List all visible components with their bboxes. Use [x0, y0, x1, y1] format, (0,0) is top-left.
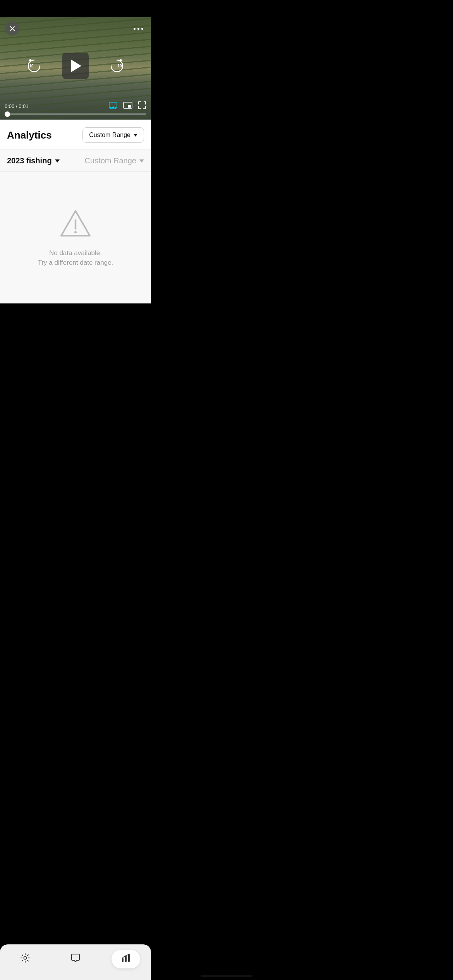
status-bar — [0, 0, 151, 17]
forward-10-button[interactable]: 10 — [108, 57, 126, 75]
analytics-header-section: Analytics Custom Range — [0, 120, 151, 149]
video-top-controls — [0, 22, 151, 36]
pip-button[interactable] — [123, 101, 132, 111]
video-player: 10 10 0:00 / 0:01 — [0, 17, 151, 120]
range-dropdown[interactable]: Custom Range — [85, 156, 144, 165]
airplay-button[interactable] — [108, 101, 118, 111]
custom-range-header-button[interactable]: Custom Range — [82, 127, 144, 143]
data-area: No data available. Try a different date … — [0, 172, 151, 303]
video-center-controls: 10 10 — [25, 53, 126, 79]
custom-range-header-label: Custom Range — [89, 132, 130, 139]
playlist-dropdown[interactable]: 2023 fishing — [7, 156, 60, 165]
range-label: Custom Range — [85, 156, 136, 165]
progress-bar[interactable] — [5, 113, 146, 115]
svg-text:10: 10 — [117, 64, 122, 68]
analytics-title: Analytics — [7, 129, 52, 141]
bottom-spacer — [0, 303, 151, 342]
fullscreen-button[interactable] — [138, 101, 146, 111]
svg-text:10: 10 — [29, 64, 34, 68]
bottom-icons — [108, 101, 146, 111]
warning-icon — [58, 208, 93, 239]
playlist-label: 2023 fishing — [7, 156, 52, 165]
dot-2 — [137, 28, 139, 30]
play-pause-button[interactable] — [62, 53, 89, 79]
filter-row: 2023 fishing Custom Range — [0, 149, 151, 172]
dot-1 — [134, 28, 136, 30]
close-button[interactable] — [5, 22, 19, 36]
no-data-line1: No data available. — [38, 248, 113, 258]
more-options-button[interactable] — [131, 26, 146, 32]
svg-rect-5 — [128, 105, 131, 108]
progress-thumb — [5, 111, 10, 117]
dot-3 — [141, 28, 143, 30]
chevron-down-icon — [134, 134, 137, 137]
svg-marker-2 — [120, 58, 123, 62]
time-row: 0:00 / 0:01 — [5, 101, 146, 111]
analytics-header: Analytics Custom Range — [7, 127, 144, 143]
play-icon — [71, 60, 81, 72]
range-chevron-icon — [139, 159, 144, 163]
no-data-line2: Try a different date range. — [38, 258, 113, 268]
playlist-chevron-icon — [55, 159, 60, 163]
no-data-message: No data available. Try a different date … — [38, 248, 113, 268]
time-display: 0:00 / 0:01 — [5, 103, 28, 109]
svg-point-7 — [74, 231, 77, 233]
svg-marker-0 — [28, 58, 31, 62]
replay-10-button[interactable]: 10 — [25, 57, 43, 75]
video-bottom-controls: 0:00 / 0:01 — [0, 98, 151, 120]
